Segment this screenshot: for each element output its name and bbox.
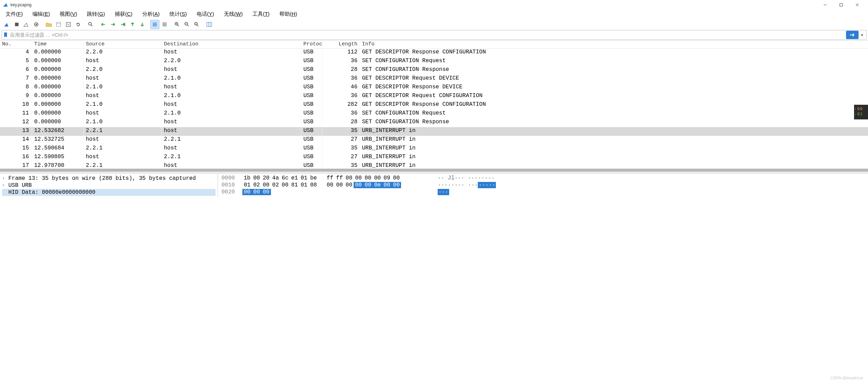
svg-rect-31	[207, 22, 212, 27]
hex-line[interactable]: 00001b00204a6ce101beffff000000000900·· J…	[221, 175, 865, 181]
menu-a[interactable]: 分析(A)	[142, 11, 160, 17]
maximize-button[interactable]	[833, 1, 849, 9]
packet-row[interactable]: 50.000000host2.2.0USB36SET CONFIGURATION…	[0, 57, 868, 66]
packet-row[interactable]: 80.0000002.1.0hostUSB46GET DESCRIPTOR Re…	[0, 83, 868, 92]
packet-row[interactable]: 1712.9787002.2.1hostUSB35URB_INTERRUPT i…	[0, 162, 868, 171]
find-icon[interactable]	[86, 20, 95, 29]
display-filter-input[interactable]	[9, 30, 845, 39]
zoom-in-icon[interactable]	[173, 20, 182, 29]
detail-hid-text: HID Data: 00000e0000000000	[8, 189, 96, 196]
svg-rect-19	[163, 24, 167, 25]
menu-w[interactable]: 无线(W)	[224, 11, 243, 17]
packet-bytes-pane[interactable]: 00001b00204a6ce101beffff000000000900·· J…	[218, 174, 868, 197]
packet-row[interactable]: 1312.5326822.2.1hostUSB35URB_INTERRUPT i…	[0, 127, 868, 136]
badge-up: 0.0	[855, 106, 867, 111]
go-back-icon[interactable]	[99, 20, 108, 29]
hex-line[interactable]: 0020000000···	[221, 189, 865, 195]
close-file-icon[interactable]	[64, 20, 73, 29]
zoom-out-icon[interactable]	[182, 20, 191, 29]
svg-rect-17	[153, 25, 157, 26]
go-to-packet-icon[interactable]	[118, 20, 127, 29]
svg-line-13	[91, 25, 92, 26]
resize-columns-icon[interactable]	[205, 20, 214, 29]
menu-c[interactable]: 捕获(C)	[115, 11, 133, 17]
menu-bar: 文件(F)编辑(E)视图(V)跳转(G)捕获(C)分析(A)统计(S)电话(Y)…	[0, 10, 868, 20]
packet-row[interactable]: 90.000000host2.1.0USB36GET DESCRIPTOR Re…	[0, 92, 868, 101]
packet-row[interactable]: 1612.590805host2.2.1USB27URB_INTERRUPT i…	[0, 153, 868, 162]
col-length[interactable]: Length	[322, 41, 360, 48]
detail-hid[interactable]: HID Data: 00000e0000000000	[2, 189, 216, 196]
col-protocol[interactable]: Protoc	[301, 41, 322, 48]
go-forward-icon[interactable]	[108, 20, 118, 29]
apply-filter-button[interactable]	[846, 31, 859, 39]
col-time[interactable]: Time	[32, 41, 84, 48]
toolbar: 1	[0, 20, 868, 30]
detail-urb-text: USB URB	[8, 182, 32, 189]
packet-row[interactable]: 40.0000002.2.0hostUSB112GET DESCRIPTOR R…	[0, 49, 868, 57]
restart-capture-icon[interactable]	[22, 20, 31, 29]
menu-y[interactable]: 电话(Y)	[197, 11, 214, 17]
side-badge: 0.0 0.1	[854, 105, 868, 119]
badge-down: 0.1	[855, 111, 867, 117]
packet-row[interactable]: 110.000000host2.1.0USB36SET CONFIGURATIO…	[0, 110, 868, 118]
go-last-icon[interactable]	[138, 20, 147, 29]
col-source[interactable]: Source	[84, 41, 162, 48]
svg-rect-1	[840, 3, 843, 6]
svg-line-29	[197, 25, 198, 26]
bookmark-icon[interactable]	[2, 32, 9, 38]
col-destination[interactable]: Destination	[162, 41, 301, 48]
stop-capture-icon[interactable]	[12, 20, 21, 29]
minimize-button[interactable]	[817, 1, 833, 9]
save-file-icon[interactable]	[54, 20, 63, 29]
menu-v[interactable]: 视图(V)	[60, 11, 77, 17]
svg-point-12	[89, 22, 91, 25]
svg-point-6	[36, 24, 37, 25]
packet-details-pane[interactable]: ›Frame 13: 35 bytes on wire (280 bits), …	[0, 174, 218, 197]
menu-t[interactable]: 工具(T)	[252, 11, 270, 17]
go-first-icon[interactable]	[128, 20, 137, 29]
svg-line-22	[178, 25, 179, 26]
svg-text:1: 1	[195, 23, 197, 25]
svg-rect-18	[163, 23, 167, 23]
packet-row[interactable]: 1412.532725host2.2.1USB27URB_INTERRUPT i…	[0, 136, 868, 145]
menu-e[interactable]: 编辑(E)	[32, 11, 50, 17]
menu-f[interactable]: 文件(F)	[6, 11, 23, 17]
svg-rect-15	[153, 23, 157, 23]
window-title: key.pcapng	[10, 2, 32, 7]
capture-options-icon[interactable]	[32, 20, 41, 29]
hex-line[interactable]: 0010010200020081010800000000000e0000····…	[221, 182, 865, 188]
packet-row[interactable]: 100.0000002.1.0hostUSB282GET DESCRIPTOR …	[0, 101, 868, 110]
reload-icon[interactable]	[74, 20, 83, 29]
close-button[interactable]	[849, 1, 865, 9]
packet-list[interactable]: 40.0000002.2.0hostUSB112GET DESCRIPTOR R…	[0, 49, 868, 171]
expand-icon[interactable]: ›	[2, 183, 8, 188]
detail-frame[interactable]: ›Frame 13: 35 bytes on wire (280 bits), …	[2, 175, 216, 182]
expand-icon[interactable]: ›	[2, 176, 8, 181]
svg-rect-20	[163, 25, 167, 26]
menu-h[interactable]: 帮助(H)	[279, 11, 297, 17]
detail-urb[interactable]: ›USB URB	[2, 182, 216, 189]
autoscroll-icon[interactable]	[150, 20, 159, 29]
filter-dropdown-icon[interactable]: ▼	[859, 33, 865, 37]
zoom-reset-icon[interactable]: 1	[192, 20, 201, 29]
watermark: CSDN @keepb1ue	[830, 376, 863, 380]
menu-g[interactable]: 跳转(G)	[87, 11, 105, 17]
col-info[interactable]: Info	[360, 41, 868, 48]
app-icon	[3, 2, 8, 8]
start-capture-icon[interactable]	[2, 20, 12, 29]
svg-rect-7	[56, 22, 61, 27]
colorize-icon[interactable]	[160, 20, 169, 29]
display-filter-bar: ▼	[1, 30, 867, 40]
open-file-icon[interactable]	[44, 20, 53, 29]
menu-s[interactable]: 统计(S)	[169, 11, 187, 17]
packet-row[interactable]: 1512.5906842.2.1hostUSB35URB_INTERRUPT i…	[0, 145, 868, 153]
packet-row[interactable]: 70.000000host2.1.0USB36GET DESCRIPTOR Re…	[0, 75, 868, 83]
packet-row[interactable]: 120.0000002.1.0hostUSB28SET CONFIGURATIO…	[0, 118, 868, 127]
packet-row[interactable]: 60.0000002.2.0hostUSB28SET CONFIGURATION…	[0, 66, 868, 75]
col-no[interactable]: No.	[0, 41, 32, 48]
title-bar: key.pcapng	[0, 0, 868, 10]
svg-line-26	[187, 25, 189, 26]
svg-rect-16	[153, 24, 157, 25]
detail-frame-text: Frame 13: 35 bytes on wire (280 bits), 3…	[8, 175, 196, 182]
packet-list-header[interactable]: No. Time Source Destination Protoc Lengt…	[0, 41, 868, 49]
